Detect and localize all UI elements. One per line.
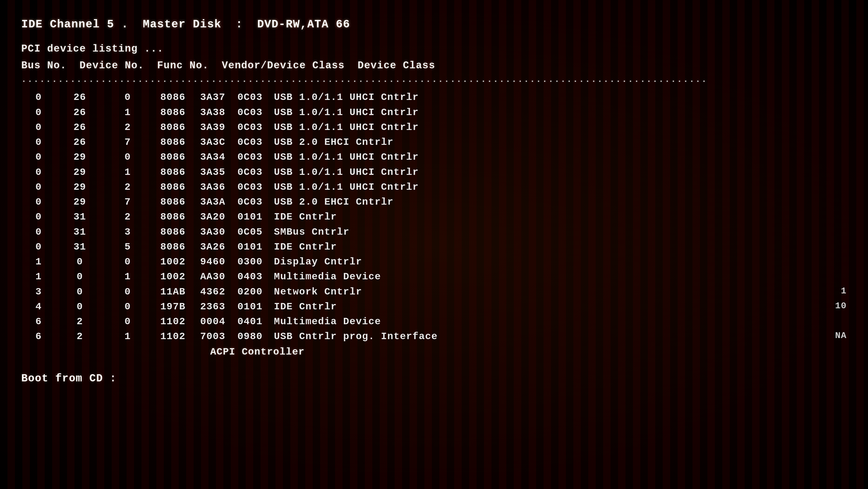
col-class: 0C03	[231, 165, 269, 180]
table-row: 100100294600300Display Cntrlr	[21, 254, 847, 269]
col-vendor: 1102	[152, 329, 194, 344]
col-description: USB 1.0/1.1 UHCI Cntrlr	[269, 165, 847, 180]
col-bus: 0	[21, 180, 56, 195]
col-device-id: 3A20	[194, 209, 231, 224]
col-device-id: 0004	[194, 314, 231, 329]
col-class: 0101	[231, 239, 269, 254]
col-description: USB 1.0/1.1 UHCI Cntrlr	[269, 180, 847, 195]
col-device: 26	[56, 135, 104, 150]
col-device-id: 9460	[194, 254, 231, 269]
col-func: 0	[104, 150, 152, 164]
ide-header: IDE Channel 5 . Master Disk : DVD-RW,ATA…	[21, 16, 847, 33]
col-device: 29	[56, 165, 104, 180]
col-func: 2	[104, 209, 152, 224]
col-vendor: 8086	[152, 239, 194, 254]
col-device: 0	[56, 284, 104, 299]
col-func: 0	[104, 299, 152, 314]
col-class: 0401	[231, 314, 269, 329]
col-description: Multimedia Device	[269, 269, 847, 284]
col-description: USB 2.0 EHCI Cntrlr	[269, 195, 847, 209]
col-class: 0C03	[231, 150, 269, 164]
col-device: 29	[56, 150, 104, 164]
col-device: 31	[56, 209, 104, 224]
col-bus: 3	[21, 284, 56, 299]
col-device-id: 3A36	[194, 180, 231, 195]
col-bus: 0	[21, 105, 56, 120]
col-device-id: 3A34	[194, 150, 231, 164]
pci-listing-line2: Bus No. Device No. Func No. Vendor/Devic…	[21, 58, 847, 74]
col-device-id: 3A38	[194, 105, 231, 120]
col-func: 7	[104, 195, 152, 209]
col-description: IDE Cntrlr	[269, 299, 832, 314]
col-bus: 0	[21, 165, 56, 180]
col-vendor: 197B	[152, 299, 194, 314]
table-row: 029180863A350C03USB 1.0/1.1 UHCI Cntrlr	[21, 165, 847, 180]
bios-screen: IDE Channel 5 . Master Disk : DVD-RW,ATA…	[0, 0, 868, 489]
col-vendor: 1002	[152, 269, 194, 284]
col-bus: 0	[21, 120, 56, 135]
col-device-id: 3A35	[194, 165, 231, 180]
col-device-id: 3A3C	[194, 135, 231, 150]
table-row: 029080863A340C03USB 1.0/1.1 UHCI Cntrlr	[21, 150, 847, 164]
col-bus: 6	[21, 329, 56, 344]
table-row: 1011002AA300403Multimedia Device	[21, 269, 847, 284]
col-device-id: 3A30	[194, 225, 231, 239]
col-func: 1	[104, 329, 152, 344]
col-func: 1	[104, 165, 152, 180]
col-vendor: 8086	[152, 195, 194, 209]
col-device: 0	[56, 269, 104, 284]
col-vendor: 8086	[152, 90, 194, 105]
table-row: 621110270030980USB Cntrlr prog. Interfac…	[21, 329, 847, 344]
col-description: USB 1.0/1.1 UHCI Cntrlr	[269, 120, 847, 135]
col-description: SMBus Cntrlr	[269, 225, 847, 239]
col-vendor: 1002	[152, 254, 194, 269]
pci-listing-line1: PCI device listing ...	[21, 41, 847, 57]
boot-line: Boot from CD :	[21, 370, 847, 387]
col-bus: 0	[21, 135, 56, 150]
col-device-id: 4362	[194, 284, 231, 299]
table-row: 30011AB43620200Network Cntrlr1	[21, 284, 847, 299]
col-bus: 0	[21, 209, 56, 224]
col-func: 0	[104, 314, 152, 329]
col-device-id: 7003	[194, 329, 231, 344]
col-device: 0	[56, 254, 104, 269]
col-device-id: 3A37	[194, 90, 231, 105]
table-row: 026080863A370C03USB 1.0/1.1 UHCI Cntrlr	[21, 90, 847, 105]
col-device: 29	[56, 195, 104, 209]
col-func: 1	[104, 105, 152, 120]
col-func: 0	[104, 254, 152, 269]
col-bus: 1	[21, 254, 56, 269]
col-device-id: 3A39	[194, 120, 231, 135]
col-func: 7	[104, 135, 152, 150]
acpi-line: ACPI Controller	[21, 345, 847, 360]
col-class: 0C03	[231, 180, 269, 195]
col-class: 0C05	[231, 225, 269, 239]
table-row: 026280863A390C03USB 1.0/1.1 UHCI Cntrlr	[21, 120, 847, 135]
col-description: IDE Cntrlr	[269, 209, 847, 224]
col-bus: 0	[21, 225, 56, 239]
col-device: 0	[56, 299, 104, 314]
table-row: 031280863A200101IDE Cntrlr	[21, 209, 847, 224]
col-bus: 4	[21, 299, 56, 314]
col-device: 31	[56, 239, 104, 254]
col-func: 2	[104, 180, 152, 195]
table-row: 029280863A360C03USB 1.0/1.1 UHCI Cntrlr	[21, 180, 847, 195]
col-bus: 0	[21, 239, 56, 254]
col-func: 0	[104, 90, 152, 105]
col-description: USB 2.0 EHCI Cntrlr	[269, 135, 847, 150]
col-device-id: 3A3A	[194, 195, 231, 209]
col-description: Multimedia Device	[269, 314, 847, 329]
col-func: 1	[104, 269, 152, 284]
col-extra: 10	[832, 299, 847, 314]
col-device-id: AA30	[194, 269, 231, 284]
col-class: 0C03	[231, 195, 269, 209]
col-vendor: 1102	[152, 314, 194, 329]
col-vendor: 8086	[152, 180, 194, 195]
col-description: Display Cntrlr	[269, 254, 847, 269]
col-vendor: 8086	[152, 209, 194, 224]
table-row: 031580863A260101IDE Cntrlr	[21, 239, 847, 254]
col-func: 2	[104, 120, 152, 135]
col-description: USB Cntrlr prog. Interface	[269, 329, 832, 344]
col-vendor: 8086	[152, 120, 194, 135]
col-description: USB 1.0/1.1 UHCI Cntrlr	[269, 90, 847, 105]
